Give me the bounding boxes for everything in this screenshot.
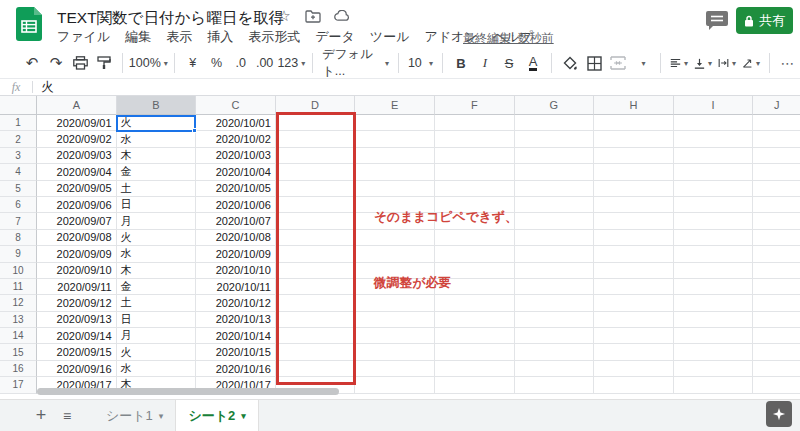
menu-data[interactable]: データ (315, 28, 355, 46)
row-header-9[interactable]: 9 (0, 246, 37, 262)
cell-C2[interactable]: 2020/10/02 (196, 131, 276, 147)
cell-A9[interactable]: 2020/09/09 (37, 246, 117, 262)
cell-A1[interactable]: 2020/09/01 (37, 115, 117, 131)
cell-C11[interactable]: 2020/10/11 (196, 279, 276, 295)
column-header-H[interactable]: H (594, 96, 674, 115)
row-header-8[interactable]: 8 (0, 230, 37, 246)
cloud-status-icon[interactable] (334, 8, 350, 24)
row-header-17[interactable]: 17 (0, 377, 37, 393)
cell-E16[interactable] (355, 361, 435, 377)
row-header-2[interactable]: 2 (0, 131, 37, 147)
cell-B2[interactable]: 水 (117, 131, 197, 147)
last-edit-link[interactable]: 最終編集: 数秒前 (463, 30, 554, 47)
cell-J7[interactable] (753, 213, 800, 229)
cell-J6[interactable] (753, 197, 800, 213)
cell-D14[interactable] (276, 328, 356, 344)
cell-A16[interactable]: 2020/09/16 (37, 361, 117, 377)
row-header-6[interactable]: 6 (0, 197, 37, 213)
redo-button[interactable]: ↷ (44, 51, 68, 75)
cell-D3[interactable] (276, 148, 356, 164)
cell-B3[interactable]: 木 (117, 148, 197, 164)
cell-I2[interactable] (674, 131, 754, 147)
cell-D9[interactable] (276, 246, 356, 262)
cell-J10[interactable] (753, 263, 800, 279)
cell-B10[interactable]: 木 (117, 263, 197, 279)
cell-A8[interactable]: 2020/09/08 (37, 230, 117, 246)
cell-A2[interactable]: 2020/09/02 (37, 131, 117, 147)
cell-G15[interactable] (515, 344, 595, 360)
cell-J5[interactable] (753, 181, 800, 197)
paint-format-button[interactable] (92, 51, 116, 75)
cell-I14[interactable] (674, 328, 754, 344)
cell-C6[interactable]: 2020/10/06 (196, 197, 276, 213)
cell-C1[interactable]: 2020/10/01 (196, 115, 276, 131)
strikethrough-button[interactable]: S (497, 51, 521, 75)
cell-C8[interactable]: 2020/10/08 (196, 230, 276, 246)
font-size-select[interactable]: 10▾ (405, 51, 436, 75)
menu-tools[interactable]: ツール (370, 28, 410, 46)
cell-H8[interactable] (594, 230, 674, 246)
cell-I16[interactable] (674, 361, 754, 377)
cell-C12[interactable]: 2020/10/12 (196, 295, 276, 311)
menu-edit[interactable]: 編集 (125, 28, 151, 46)
cell-E2[interactable] (355, 131, 435, 147)
cell-J15[interactable] (753, 344, 800, 360)
column-header-J[interactable]: J (753, 96, 800, 115)
cell-C9[interactable]: 2020/10/09 (196, 246, 276, 262)
cell-G14[interactable] (515, 328, 595, 344)
sheets-logo-icon[interactable] (16, 7, 42, 41)
cell-G11[interactable] (515, 279, 595, 295)
increase-decimal-button[interactable]: .00 (253, 51, 277, 75)
cell-G4[interactable] (515, 164, 595, 180)
cell-H7[interactable] (594, 213, 674, 229)
cell-J8[interactable] (753, 230, 800, 246)
column-header-E[interactable]: E (355, 96, 435, 115)
row-header-7[interactable]: 7 (0, 213, 37, 229)
cell-C16[interactable]: 2020/10/16 (196, 361, 276, 377)
menu-file[interactable]: ファイル (57, 28, 110, 46)
cell-G16[interactable] (515, 361, 595, 377)
cell-H2[interactable] (594, 131, 674, 147)
row-header-13[interactable]: 13 (0, 312, 37, 328)
cell-A5[interactable]: 2020/09/05 (37, 181, 117, 197)
cell-D12[interactable] (276, 295, 356, 311)
explore-button[interactable] (766, 401, 792, 427)
fill-color-button[interactable] (558, 51, 582, 75)
cell-J4[interactable] (753, 164, 800, 180)
cell-J1[interactable] (753, 115, 800, 131)
cell-A12[interactable]: 2020/09/12 (37, 295, 117, 311)
cell-B1[interactable]: 火 (117, 115, 197, 131)
italic-button[interactable]: I (473, 51, 497, 75)
more-formats-button[interactable]: 123▾ (277, 51, 306, 75)
text-color-button[interactable]: A (521, 51, 545, 75)
zoom-select[interactable]: 100%▾ (129, 51, 168, 75)
comment-history-icon[interactable] (705, 9, 729, 31)
row-header-10[interactable]: 10 (0, 263, 37, 279)
cell-H16[interactable] (594, 361, 674, 377)
cell-D7[interactable] (276, 213, 356, 229)
cell-J11[interactable] (753, 279, 800, 295)
cell-G5[interactable] (515, 181, 595, 197)
horizontal-scrollbar[interactable] (37, 388, 339, 395)
cell-I15[interactable] (674, 344, 754, 360)
cell-I3[interactable] (674, 148, 754, 164)
cell-G10[interactable] (515, 263, 595, 279)
cell-A4[interactable]: 2020/09/04 (37, 164, 117, 180)
select-all-corner[interactable] (0, 96, 37, 115)
cell-D11[interactable] (276, 279, 356, 295)
column-header-B[interactable]: B (117, 96, 197, 115)
cell-D10[interactable] (276, 263, 356, 279)
borders-button[interactable] (582, 51, 606, 75)
cell-G6[interactable] (515, 197, 595, 213)
cell-I9[interactable] (674, 246, 754, 262)
cell-A13[interactable]: 2020/09/13 (37, 312, 117, 328)
column-header-I[interactable]: I (674, 96, 754, 115)
row-header-14[interactable]: 14 (0, 328, 37, 344)
formula-input[interactable]: 火 (33, 79, 54, 96)
cell-I6[interactable] (674, 197, 754, 213)
row-header-4[interactable]: 4 (0, 164, 37, 180)
cell-H10[interactable] (594, 263, 674, 279)
row-header-12[interactable]: 12 (0, 295, 37, 311)
cell-B9[interactable]: 水 (117, 246, 197, 262)
cell-I1[interactable] (674, 115, 754, 131)
